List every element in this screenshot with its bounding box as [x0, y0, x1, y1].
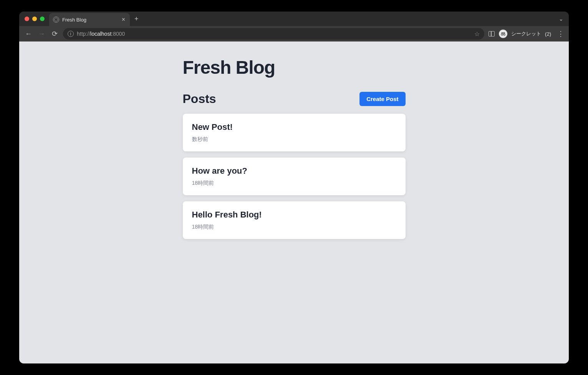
browser-tab[interactable]: Fresh Blog × — [49, 13, 130, 26]
reload-button[interactable]: ⟳ — [50, 30, 59, 38]
globe-icon — [53, 17, 59, 23]
url-prefix: http:// — [77, 31, 90, 37]
titlebar-right: ⌄ — [559, 15, 563, 22]
post-title: New Post! — [192, 122, 396, 132]
posts-heading: Posts — [183, 92, 216, 106]
post-time: 数秒前 — [192, 136, 396, 143]
close-window-button[interactable] — [25, 17, 29, 21]
svg-point-1 — [504, 34, 505, 35]
posts-header: Posts Create Post — [183, 92, 406, 106]
page-content: Fresh Blog Posts Create Post New Post! 数… — [19, 41, 569, 363]
window-controls — [25, 17, 45, 21]
url-text: http://localhost:8000 — [77, 31, 471, 37]
post-time: 18時間前 — [192, 224, 396, 231]
url-port: :8000 — [111, 31, 125, 37]
chevron-down-icon[interactable]: ⌄ — [559, 16, 563, 22]
post-title: Hello Fresh Blog! — [192, 210, 396, 220]
page-title: Fresh Blog — [183, 57, 406, 78]
back-button[interactable]: ← — [24, 30, 33, 38]
post-title: How are you? — [192, 166, 396, 176]
bookmark-star-icon[interactable]: ☆ — [474, 30, 480, 38]
incognito-count: (2) — [545, 31, 551, 37]
side-panel-icon[interactable] — [488, 30, 495, 37]
close-tab-icon[interactable]: × — [121, 16, 126, 23]
incognito-icon[interactable] — [499, 30, 507, 38]
post-time: 18時間前 — [192, 180, 396, 187]
forward-button[interactable]: → — [37, 30, 46, 38]
titlebar: Fresh Blog × + ⌄ — [19, 12, 569, 26]
menu-button[interactable]: ⋮ — [557, 30, 564, 38]
tab-title: Fresh Blog — [62, 17, 118, 23]
browser-window: Fresh Blog × + ⌄ ← → ⟳ i http://localhos… — [19, 12, 569, 363]
svg-point-0 — [501, 34, 503, 35]
minimize-window-button[interactable] — [32, 17, 37, 21]
new-tab-button[interactable]: + — [134, 15, 139, 23]
maximize-window-button[interactable] — [40, 17, 45, 21]
browser-toolbar: ← → ⟳ i http://localhost:8000 ☆ シークレット (… — [19, 26, 569, 41]
address-bar[interactable]: i http://localhost:8000 ☆ — [63, 28, 484, 40]
page-container: Fresh Blog Posts Create Post New Post! 数… — [183, 41, 406, 261]
post-card[interactable]: How are you? 18時間前 — [183, 158, 406, 195]
info-icon[interactable]: i — [68, 31, 74, 37]
url-host: localhost — [90, 31, 111, 37]
post-card[interactable]: Hello Fresh Blog! 18時間前 — [183, 201, 406, 239]
incognito-label: シークレット — [511, 30, 541, 37]
create-post-button[interactable]: Create Post — [359, 92, 405, 106]
post-card[interactable]: New Post! 数秒前 — [183, 114, 406, 151]
